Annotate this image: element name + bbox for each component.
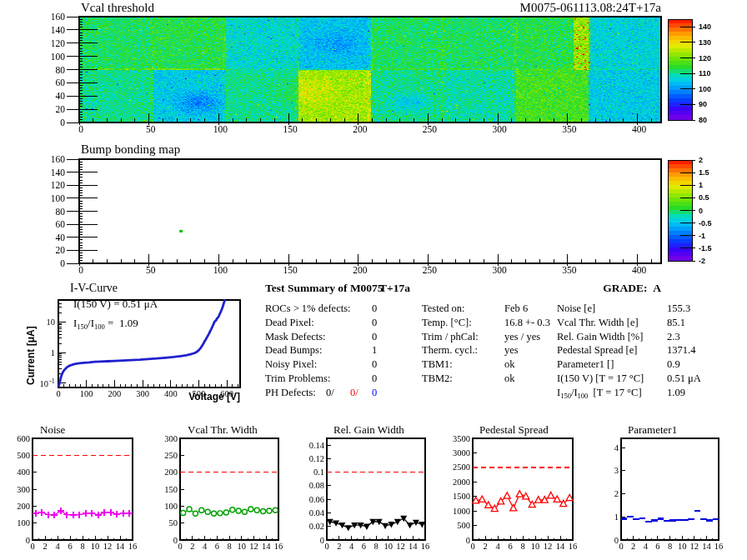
svg-text:140: 140 [51, 168, 66, 178]
svg-text:300: 300 [493, 265, 508, 275]
grade-value: A [653, 282, 661, 294]
ph-defects-value: 0 [369, 388, 379, 398]
svg-text:130: 130 [699, 38, 711, 47]
svg-text:14: 14 [702, 542, 711, 551]
svg-text:150: 150 [283, 124, 298, 134]
small-plot-pedestal-spread: 0246810121416050010001500200025003000350… [453, 434, 577, 552]
svg-text:12: 12 [544, 542, 553, 551]
svg-text:10: 10 [678, 542, 687, 551]
condition-label: TBM2: [422, 373, 453, 384]
bump-bar-ticks: 21.510.50-0.5-1-1.5-2 [668, 156, 712, 265]
svg-text:0: 0 [173, 536, 178, 545]
svg-text:12: 12 [396, 542, 405, 551]
svg-text:0: 0 [619, 542, 623, 551]
svg-text:12: 12 [249, 542, 258, 551]
svg-text:16: 16 [128, 542, 138, 551]
svg-text:0: 0 [320, 536, 324, 545]
pedestal-plot-title: Pedestal Spread [479, 424, 549, 436]
small-plot-rel-gain-width: 024681012141600.020.040.060.080.10.120.1… [309, 438, 430, 551]
result-value: 85.1 [667, 318, 685, 328]
svg-text:250: 250 [164, 451, 178, 460]
svg-text:4: 4 [644, 542, 649, 551]
svg-text:1.5: 1.5 [699, 168, 709, 177]
svg-text:8: 8 [520, 542, 524, 551]
svg-text:4: 4 [495, 542, 500, 551]
svg-text:300: 300 [136, 389, 149, 398]
svg-text:2: 2 [614, 489, 619, 498]
svg-text:100: 100 [17, 518, 30, 528]
svg-text:0: 0 [699, 207, 703, 215]
svg-text:10: 10 [531, 542, 540, 551]
svg-text:0: 0 [470, 542, 474, 551]
svg-text:1500: 1500 [453, 492, 470, 501]
svg-text:10: 10 [384, 542, 394, 551]
condition-value: 16.8 +- 0.3 [504, 318, 550, 328]
svg-text:20: 20 [56, 104, 66, 114]
svg-text:6: 6 [362, 542, 366, 551]
svg-text:0: 0 [60, 118, 65, 128]
gain-width-plot-title: Rel. Gain Width [333, 424, 404, 436]
parameter1-plot-title: Parameter1 [628, 424, 677, 436]
svg-text:80: 80 [56, 65, 66, 75]
vcal-width-plot-title: Vcal Thr. Width [188, 424, 258, 436]
condition-value: ok [504, 373, 515, 384]
svg-text:6: 6 [68, 542, 72, 551]
result-value: 155.3 [667, 303, 690, 314]
defect-value: 1 [369, 345, 379, 356]
svg-text:0.5: 0.5 [699, 193, 709, 202]
svg-text:3: 3 [614, 466, 619, 475]
iv-curve-title: I-V-Curve [70, 282, 118, 295]
svg-text:80: 80 [699, 116, 707, 124]
svg-text:100: 100 [51, 52, 66, 62]
svg-text:90: 90 [699, 100, 707, 108]
svg-text:150: 150 [164, 485, 178, 494]
defect-label: Dead Pixel: [265, 318, 314, 328]
svg-text:-1: -1 [699, 232, 705, 240]
vcal-map-title: Vcal threshold [81, 2, 154, 15]
condition-label: TBM1: [422, 359, 453, 370]
defect-label: Dead Bumps: [265, 345, 322, 356]
svg-text:200: 200 [164, 468, 178, 477]
vcal-map-axes: 0501001502002503003504000204060801001201… [51, 12, 661, 134]
svg-text:16: 16 [569, 542, 578, 551]
bump-map-axes: 0501001502002503003504000204060801001201… [51, 154, 661, 275]
ph-defects-value: 0/ [350, 388, 358, 398]
result-value: 1.09 [667, 388, 685, 398]
iv-annotation-ratio: I150/I100 = 1.09 [73, 318, 138, 330]
module-id-title: M0075-061113.08:24T+17a [411, 2, 661, 15]
svg-text:10: 10 [238, 542, 247, 551]
svg-text:16: 16 [274, 542, 283, 551]
svg-text:2000: 2000 [453, 478, 470, 487]
svg-text:0: 0 [60, 258, 65, 268]
result-label: Vcal Thr. Width [e] [557, 318, 639, 328]
grade-label: GRADE: [603, 282, 647, 294]
svg-text:16: 16 [714, 542, 724, 551]
svg-text:2: 2 [631, 542, 635, 551]
svg-text:2: 2 [190, 542, 194, 551]
svg-text:100: 100 [213, 265, 228, 275]
svg-text:300: 300 [17, 485, 30, 494]
svg-text:200: 200 [353, 124, 368, 134]
svg-text:1000: 1000 [453, 507, 470, 516]
svg-text:140: 140 [51, 25, 66, 35]
svg-text:0: 0 [324, 542, 328, 551]
svg-text:0.1: 0.1 [313, 468, 324, 477]
svg-text:100: 100 [699, 85, 711, 93]
svg-text:400: 400 [17, 468, 30, 477]
svg-text:1: 1 [699, 181, 703, 189]
condition-label: Trim / phCal: [422, 332, 479, 342]
result-label: Noise [e] [557, 303, 595, 314]
defect-value: 0 [369, 373, 379, 384]
small-plot-parameter1: 024681012141601234 [614, 438, 724, 551]
svg-text:14: 14 [409, 542, 418, 551]
result-value: 0.51 μA [667, 373, 701, 384]
svg-text:100: 100 [164, 502, 178, 511]
svg-text:0: 0 [614, 536, 619, 545]
svg-text:200: 200 [108, 389, 122, 398]
svg-text:120: 120 [699, 54, 711, 62]
result-label: I150/I100 [T = 17 °C] [557, 388, 642, 399]
svg-text:0: 0 [26, 536, 30, 545]
svg-text:10: 10 [91, 542, 100, 551]
svg-text:0.04: 0.04 [309, 508, 325, 518]
svg-text:8: 8 [227, 542, 231, 551]
